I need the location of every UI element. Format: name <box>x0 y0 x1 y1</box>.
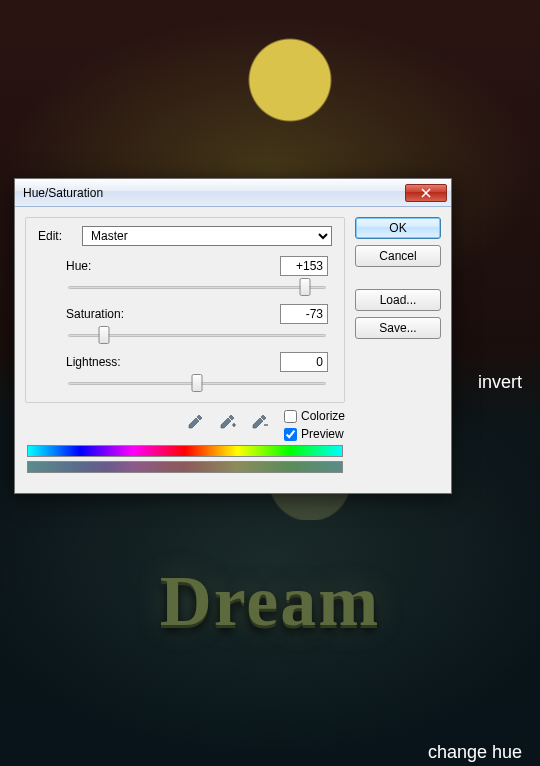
edit-group: Edit: Master Hue: Saturation <box>25 217 345 403</box>
save-button[interactable]: Save... <box>355 317 441 339</box>
ok-button[interactable]: OK <box>355 217 441 239</box>
preview-label: Preview <box>301 427 344 441</box>
preview-checkbox[interactable] <box>284 428 297 441</box>
edit-select[interactable]: Master <box>82 226 332 246</box>
edit-label: Edit: <box>38 229 76 243</box>
load-button[interactable]: Load... <box>355 289 441 311</box>
close-icon <box>420 188 432 198</box>
caption-change-hue: change hue <box>428 742 522 763</box>
preview-checkbox-row[interactable]: Preview <box>284 427 345 441</box>
artwork-text: Dream <box>0 560 540 643</box>
eyedropper-tools <box>184 407 276 437</box>
cancel-button[interactable]: Cancel <box>355 245 441 267</box>
eyedropper-add-icon[interactable] <box>216 411 238 433</box>
close-button[interactable] <box>405 184 447 202</box>
titlebar[interactable]: Hue/Saturation <box>15 179 451 207</box>
colorize-label: Colorize <box>301 409 345 423</box>
colorize-checkbox-row[interactable]: Colorize <box>284 409 345 423</box>
eyedropper-subtract-icon[interactable] <box>248 411 270 433</box>
saturation-slider[interactable] <box>68 326 326 344</box>
saturation-slider-thumb[interactable] <box>99 326 110 344</box>
saturation-label: Saturation: <box>66 307 124 321</box>
output-spectrum-strip[interactable] <box>27 461 343 473</box>
lightness-slider[interactable] <box>68 374 326 392</box>
lightness-value-input[interactable] <box>280 352 328 372</box>
dialog-title: Hue/Saturation <box>23 186 405 200</box>
hue-label: Hue: <box>66 259 91 273</box>
hue-value-input[interactable] <box>280 256 328 276</box>
saturation-value-input[interactable] <box>280 304 328 324</box>
hue-slider-thumb[interactable] <box>300 278 311 296</box>
hue-saturation-dialog: Hue/Saturation Edit: Master Hue: <box>14 178 452 494</box>
caption-invert: invert <box>478 372 522 393</box>
eyedropper-icon[interactable] <box>184 411 206 433</box>
lightness-slider-thumb[interactable] <box>192 374 203 392</box>
hue-spectrum-strip[interactable] <box>27 445 343 457</box>
lightness-label: Lightness: <box>66 355 121 369</box>
hue-slider[interactable] <box>68 278 326 296</box>
colorize-checkbox[interactable] <box>284 410 297 423</box>
